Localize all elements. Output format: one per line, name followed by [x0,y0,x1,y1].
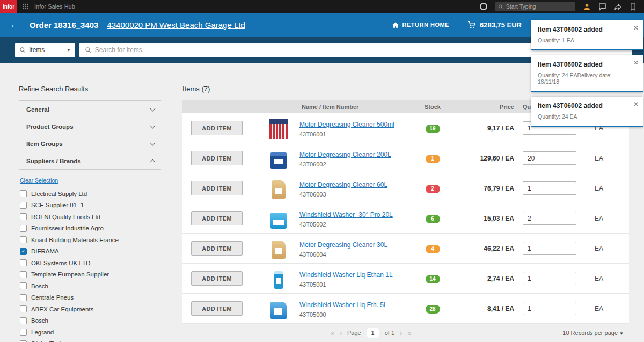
supplier-checkbox-row[interactable]: SCE Supplier 01 -1 [20,200,161,212]
global-search[interactable] [495,2,575,11]
first-page-button[interactable]: « [330,329,334,337]
return-home-button[interactable]: RETURN HOME [392,21,449,28]
search-scope-value: Items [29,46,63,54]
item-name-link[interactable]: Motor Degreasing Cleaner 500ml [299,121,394,128]
chat-icon[interactable] [598,3,606,11]
stock-badge: 2 [426,185,440,193]
product-image [266,266,291,292]
quantity-input[interactable] [523,272,576,285]
supplier-checkbox-row[interactable]: Template European Supplier [20,269,161,281]
item-number: 43T06003 [299,191,409,198]
user-icon[interactable] [583,3,591,11]
records-per-page-select[interactable]: 10 Records per page ▼ [562,330,624,336]
checkbox[interactable] [20,271,27,278]
supplier-checkbox-row[interactable]: ✓DIFRAMA [20,246,161,258]
facet-section-general[interactable]: General [19,100,161,118]
clear-selection-link[interactable]: Clear Selection [20,177,58,184]
bookmark-icon[interactable] [630,3,636,11]
page-number-input[interactable] [367,328,379,338]
checkbox-label: Bosch [31,283,48,289]
checkbox[interactable] [20,190,27,197]
item-name-link[interactable]: Windshield Washer Liq Eth. 5L [299,301,387,309]
close-icon[interactable]: ✕ [633,101,639,107]
add-item-button[interactable]: ADD ITEM [191,151,243,165]
item-name-link[interactable]: Windshield Washer -30° Pro 20L [299,211,393,219]
checkbox[interactable] [20,225,27,232]
prev-page-button[interactable]: ‹ [340,329,342,337]
supplier-checkbox-row[interactable]: Centrale Pneus [20,292,161,304]
checkbox[interactable] [20,294,27,301]
add-item-button[interactable]: ADD ITEM [191,181,243,195]
supplier-checkbox-row[interactable]: Södra Timber [20,338,161,342]
next-page-button[interactable]: › [400,329,402,337]
chevron-down-icon [150,140,156,145]
app-launcher-icon[interactable] [23,3,29,10]
checkbox-label: Legrand [31,329,54,336]
facet-section-item-groups[interactable]: Item Groups [19,135,161,152]
supplier-checkbox-row[interactable]: Fournisseur Industrie Agro [20,223,161,235]
item-name-link[interactable]: Motor Degreasing Cleaner 30L [299,241,387,249]
item-number: 43T05000 [299,311,409,318]
checkbox[interactable] [20,236,27,243]
checkbox[interactable] [20,317,27,324]
global-search-input[interactable] [506,3,572,10]
supplier-checkbox-row[interactable]: ROFNI Quality Foods Ltd [20,211,161,223]
product-image [266,145,291,171]
cart-icon [467,21,476,29]
last-page-button[interactable]: » [407,329,411,337]
customer-link[interactable]: 43400020 PM West Beach Garage Ltd [107,20,245,30]
product-image [266,296,291,322]
item-name-link[interactable]: Motor Degreasing Cleaner 60L [299,181,387,188]
status-circle-icon[interactable] [480,3,487,10]
item-number: 43T06001 [299,131,409,137]
refine-sidebar: Refine Search Results General Product Gr… [0,63,161,342]
supplier-checkbox-row[interactable]: OKI Systems UK LTD [20,257,161,269]
back-button[interactable]: ← [10,19,20,31]
add-item-button[interactable]: ADD ITEM [191,241,243,256]
quantity-input[interactable] [523,302,576,315]
search-scope-select[interactable]: Items ▼ [15,43,75,57]
column-header-price: Price [456,104,519,110]
checkbox[interactable] [20,305,27,312]
checkbox[interactable] [20,329,27,336]
column-header-stock: Stock [409,104,456,110]
close-icon[interactable]: ✕ [633,60,639,66]
checkbox-label: Fournisseur Industrie Agro [31,225,104,231]
add-item-button[interactable]: ADD ITEM [191,301,243,316]
supplier-checkbox-row[interactable]: Bosch [20,280,161,292]
add-item-button[interactable]: ADD ITEM [191,121,243,135]
item-unit: EA [595,185,629,192]
checkbox[interactable] [20,213,27,220]
checkbox[interactable] [20,282,27,289]
share-icon[interactable] [614,3,622,11]
supplier-checkbox-row[interactable]: Bosch [20,315,161,327]
add-item-button[interactable]: ADD ITEM [191,211,243,225]
checkbox-checked[interactable]: ✓ [20,248,27,255]
add-item-button[interactable]: ADD ITEM [191,271,243,286]
facet-section-product-groups[interactable]: Product Groups [19,118,161,135]
quantity-input[interactable] [523,151,576,165]
supplier-checkbox-row[interactable]: Electrical Supply Ltd [20,188,161,200]
quantity-input[interactable] [523,242,576,255]
chevron-down-icon [150,106,156,111]
item-name-link[interactable]: Windshield Washer Liq Ethan 1L [299,271,393,279]
item-number: 43T05001 [299,281,409,288]
table-footer: « ‹ Page of 1 › » 10 Records per page ▼ [182,324,629,342]
search-icon [19,47,26,53]
quantity-input[interactable] [523,181,576,195]
checkbox-label: Template European Supplier [31,271,109,278]
cart-total[interactable]: 6283,75 EUR [467,21,522,29]
infor-logo[interactable]: infor [0,0,17,13]
supplier-checkbox-row[interactable]: Knauf Building Materials France [20,234,161,246]
supplier-checkbox-row[interactable]: Legrand [20,326,161,338]
quantity-input[interactable] [523,212,576,225]
checkbox[interactable] [20,259,27,266]
supplier-checkbox-row[interactable]: ABEX Car Equipments [20,303,161,315]
facet-section-suppliers-brands[interactable]: Suppliers / Brands [19,152,161,169]
checkbox[interactable] [20,202,27,209]
stock-badge: 14 [426,275,440,283]
close-icon[interactable]: ✕ [633,25,639,31]
toast-notification: Item 43T06002 added Quantity: 1 EA ✕ [531,20,643,50]
item-number: 43T06004 [299,251,409,258]
item-name-link[interactable]: Motor Degreasing Cleaner 200L [299,151,391,158]
